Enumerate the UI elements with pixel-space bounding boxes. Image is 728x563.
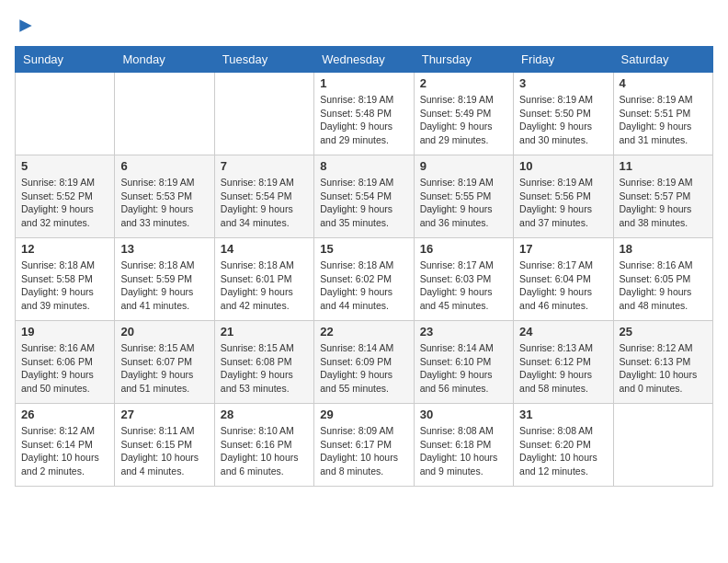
calendar-cell: 30Sunrise: 8:08 AM Sunset: 6:18 PM Dayli… <box>414 404 513 487</box>
day-number: 30 <box>420 408 507 421</box>
day-number: 15 <box>320 242 407 256</box>
day-info: Sunrise: 8:09 AM Sunset: 6:17 PM Dayligh… <box>320 424 407 478</box>
day-info: Sunrise: 8:19 AM Sunset: 5:57 PM Dayligh… <box>620 176 707 230</box>
calendar-cell <box>16 73 115 155</box>
day-number: 20 <box>120 325 208 339</box>
weekday-header-row: SundayMondayTuesdayWednesdayThursdayFrid… <box>16 47 713 73</box>
day-info: Sunrise: 8:16 AM Sunset: 6:05 PM Dayligh… <box>620 259 707 313</box>
day-info: Sunrise: 8:08 AM Sunset: 6:20 PM Dayligh… <box>519 424 607 478</box>
day-info: Sunrise: 8:15 AM Sunset: 6:08 PM Dayligh… <box>221 341 308 396</box>
day-number: 12 <box>21 242 108 256</box>
day-number: 18 <box>620 242 707 256</box>
calendar-cell: 14Sunrise: 8:18 AM Sunset: 6:01 PM Dayli… <box>214 238 313 321</box>
day-number: 2 <box>420 76 507 90</box>
day-number: 19 <box>21 325 108 339</box>
day-number: 4 <box>620 76 707 90</box>
calendar-cell: 12Sunrise: 8:18 AM Sunset: 5:58 PM Dayli… <box>16 238 115 321</box>
calendar-cell: 20Sunrise: 8:15 AM Sunset: 6:07 PM Dayli… <box>115 321 214 404</box>
logo-icon <box>17 17 35 35</box>
day-number: 9 <box>420 159 507 173</box>
calendar-cell: 5Sunrise: 8:19 AM Sunset: 5:52 PM Daylig… <box>16 155 115 238</box>
day-number: 23 <box>420 325 507 339</box>
day-number: 21 <box>221 325 308 339</box>
day-number: 31 <box>519 408 607 421</box>
day-info: Sunrise: 8:12 AM Sunset: 6:13 PM Dayligh… <box>620 341 707 396</box>
day-number: 7 <box>221 159 308 173</box>
calendar-cell: 28Sunrise: 8:10 AM Sunset: 6:16 PM Dayli… <box>214 404 313 487</box>
calendar-cell: 16Sunrise: 8:17 AM Sunset: 6:03 PM Dayli… <box>414 238 513 321</box>
calendar-cell: 9Sunrise: 8:19 AM Sunset: 5:55 PM Daylig… <box>414 155 513 238</box>
day-number: 25 <box>620 325 707 339</box>
calendar-cell: 10Sunrise: 8:19 AM Sunset: 5:56 PM Dayli… <box>514 155 613 238</box>
weekday-header-monday: Monday <box>115 47 214 73</box>
day-info: Sunrise: 8:19 AM Sunset: 5:48 PM Dayligh… <box>320 93 407 147</box>
day-info: Sunrise: 8:10 AM Sunset: 6:16 PM Dayligh… <box>221 424 308 478</box>
day-number: 29 <box>320 408 407 421</box>
calendar-cell: 4Sunrise: 8:19 AM Sunset: 5:51 PM Daylig… <box>613 73 712 155</box>
calendar-cell: 23Sunrise: 8:14 AM Sunset: 6:10 PM Dayli… <box>414 321 513 404</box>
day-number: 22 <box>320 325 407 339</box>
day-info: Sunrise: 8:14 AM Sunset: 6:10 PM Dayligh… <box>420 341 507 396</box>
day-info: Sunrise: 8:18 AM Sunset: 5:58 PM Dayligh… <box>21 259 108 313</box>
day-info: Sunrise: 8:19 AM Sunset: 5:52 PM Dayligh… <box>21 176 108 230</box>
day-number: 14 <box>221 242 308 256</box>
calendar-cell: 6Sunrise: 8:19 AM Sunset: 5:53 PM Daylig… <box>115 155 214 238</box>
calendar-cell: 15Sunrise: 8:18 AM Sunset: 6:02 PM Dayli… <box>314 238 414 321</box>
day-number: 1 <box>320 76 407 90</box>
calendar-cell <box>613 404 712 487</box>
page-header <box>15 15 713 35</box>
day-info: Sunrise: 8:18 AM Sunset: 6:01 PM Dayligh… <box>221 259 308 313</box>
calendar-week-row: 5Sunrise: 8:19 AM Sunset: 5:52 PM Daylig… <box>16 155 713 238</box>
day-info: Sunrise: 8:14 AM Sunset: 6:09 PM Dayligh… <box>320 341 407 396</box>
calendar-cell: 31Sunrise: 8:08 AM Sunset: 6:20 PM Dayli… <box>514 404 613 487</box>
day-number: 8 <box>320 159 407 173</box>
calendar-week-row: 26Sunrise: 8:12 AM Sunset: 6:14 PM Dayli… <box>16 404 713 487</box>
weekday-header-wednesday: Wednesday <box>314 47 414 73</box>
calendar-cell <box>214 73 313 155</box>
day-number: 17 <box>519 242 607 256</box>
calendar-cell: 2Sunrise: 8:19 AM Sunset: 5:49 PM Daylig… <box>414 73 513 155</box>
calendar-cell: 19Sunrise: 8:16 AM Sunset: 6:06 PM Dayli… <box>16 321 115 404</box>
weekday-header-saturday: Saturday <box>613 47 712 73</box>
day-number: 11 <box>620 159 707 173</box>
day-info: Sunrise: 8:11 AM Sunset: 6:15 PM Dayligh… <box>120 424 208 478</box>
day-info: Sunrise: 8:19 AM Sunset: 5:55 PM Dayligh… <box>420 176 507 230</box>
day-number: 6 <box>120 159 208 173</box>
day-info: Sunrise: 8:17 AM Sunset: 6:04 PM Dayligh… <box>519 259 607 313</box>
day-info: Sunrise: 8:08 AM Sunset: 6:18 PM Dayligh… <box>420 424 507 478</box>
day-info: Sunrise: 8:18 AM Sunset: 5:59 PM Dayligh… <box>120 259 208 313</box>
calendar-week-row: 19Sunrise: 8:16 AM Sunset: 6:06 PM Dayli… <box>16 321 713 404</box>
calendar-cell: 22Sunrise: 8:14 AM Sunset: 6:09 PM Dayli… <box>314 321 414 404</box>
day-info: Sunrise: 8:19 AM Sunset: 5:56 PM Dayligh… <box>519 176 607 230</box>
day-info: Sunrise: 8:13 AM Sunset: 6:12 PM Dayligh… <box>519 341 607 396</box>
calendar-cell: 13Sunrise: 8:18 AM Sunset: 5:59 PM Dayli… <box>115 238 214 321</box>
calendar-cell: 26Sunrise: 8:12 AM Sunset: 6:14 PM Dayli… <box>16 404 115 487</box>
calendar-cell: 27Sunrise: 8:11 AM Sunset: 6:15 PM Dayli… <box>115 404 214 487</box>
day-info: Sunrise: 8:19 AM Sunset: 5:54 PM Dayligh… <box>221 176 308 230</box>
calendar-cell: 24Sunrise: 8:13 AM Sunset: 6:12 PM Dayli… <box>514 321 613 404</box>
day-info: Sunrise: 8:19 AM Sunset: 5:54 PM Dayligh… <box>320 176 407 230</box>
calendar-cell: 25Sunrise: 8:12 AM Sunset: 6:13 PM Dayli… <box>613 321 712 404</box>
weekday-header-friday: Friday <box>514 47 613 73</box>
day-info: Sunrise: 8:19 AM Sunset: 5:51 PM Dayligh… <box>620 93 707 147</box>
day-number: 5 <box>21 159 108 173</box>
weekday-header-thursday: Thursday <box>414 47 513 73</box>
calendar-cell: 17Sunrise: 8:17 AM Sunset: 6:04 PM Dayli… <box>514 238 613 321</box>
day-info: Sunrise: 8:15 AM Sunset: 6:07 PM Dayligh… <box>120 341 208 396</box>
day-number: 13 <box>120 242 208 256</box>
calendar-cell: 7Sunrise: 8:19 AM Sunset: 5:54 PM Daylig… <box>214 155 313 238</box>
calendar-week-row: 12Sunrise: 8:18 AM Sunset: 5:58 PM Dayli… <box>16 238 713 321</box>
day-info: Sunrise: 8:17 AM Sunset: 6:03 PM Dayligh… <box>420 259 507 313</box>
day-number: 27 <box>120 408 208 421</box>
calendar-cell <box>115 73 214 155</box>
weekday-header-sunday: Sunday <box>16 47 115 73</box>
calendar-cell: 21Sunrise: 8:15 AM Sunset: 6:08 PM Dayli… <box>214 321 313 404</box>
day-info: Sunrise: 8:16 AM Sunset: 6:06 PM Dayligh… <box>21 341 108 396</box>
day-number: 26 <box>21 408 108 421</box>
day-info: Sunrise: 8:19 AM Sunset: 5:49 PM Dayligh… <box>420 93 507 147</box>
day-number: 16 <box>420 242 507 256</box>
day-number: 28 <box>221 408 308 421</box>
logo <box>15 15 35 35</box>
day-number: 10 <box>519 159 607 173</box>
svg-marker-0 <box>19 19 31 31</box>
